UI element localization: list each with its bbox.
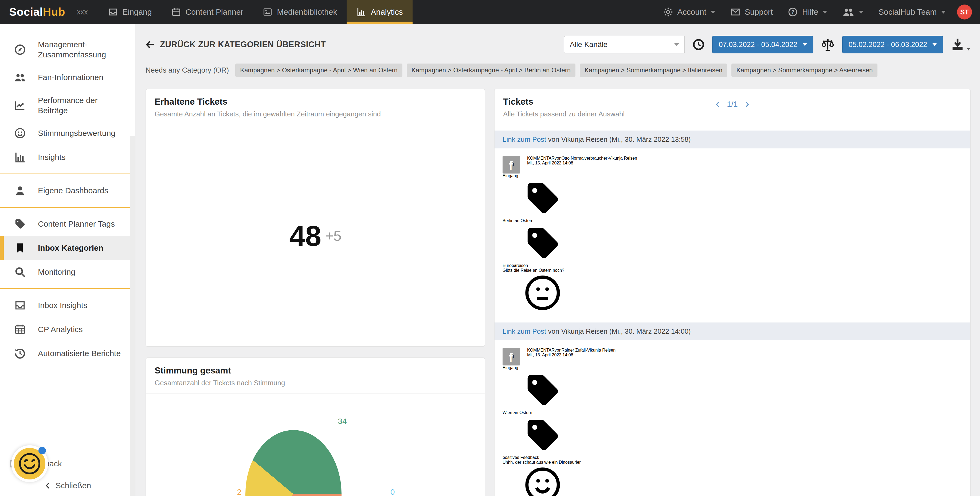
socialhub-app: SocialHub xxx Eingang Content Planner Me… xyxy=(0,0,980,496)
search-icon xyxy=(14,266,26,278)
sidebar-scrollbar[interactable] xyxy=(130,136,135,496)
tag-icon xyxy=(503,415,583,455)
compass-icon xyxy=(14,43,26,56)
sidebar-item-inbox-kategorien[interactable]: Inbox Kategorien xyxy=(0,236,135,260)
tag-icon xyxy=(14,218,26,230)
sentiment-button-neutral[interactable] xyxy=(503,273,962,313)
nav-item-eingang[interactable]: Eingang xyxy=(98,0,161,24)
sidebar: Management-Zusammenfassung Fan-Informati… xyxy=(0,24,135,496)
bar-chart-icon xyxy=(356,7,366,17)
card-title: Stimmung gesamt xyxy=(154,366,476,375)
nav-item-label: Eingang xyxy=(122,8,152,17)
ticket-type-link[interactable]: KOMMENTAR xyxy=(527,156,555,161)
users-menu[interactable] xyxy=(835,6,871,18)
question-circle-icon xyxy=(788,7,798,17)
compare-scales-icon xyxy=(820,37,835,52)
facebook-avatar: ff xyxy=(503,156,520,173)
logo-text-hub: Hub xyxy=(43,6,65,18)
von-label: von xyxy=(555,156,562,161)
post-meta: von Vikunja Reisen (Mi., 30. März 2022 1… xyxy=(546,327,690,335)
ticket-tag: Europareisen xyxy=(503,223,962,268)
envelope-icon xyxy=(730,7,740,17)
sidebar-item-label: Automatisierte Berichte xyxy=(38,348,121,359)
sentiment-card: Stimmung gesamt Gesamtanzahl der Tickets… xyxy=(146,358,485,496)
category-filter-chip[interactable]: Kampagnen > Sommerkampagne > Italienreis… xyxy=(580,64,727,77)
sidebar-item-inbox-insights[interactable]: Inbox Insights xyxy=(0,293,135,317)
sidebar-item-management-zusammenfassung[interactable]: Management-Zusammenfassung xyxy=(0,33,135,65)
top-nav: SocialHub xxx Eingang Content Planner Me… xyxy=(0,0,980,24)
sidebar-divider xyxy=(0,173,135,174)
post-link[interactable]: Link zum Post xyxy=(503,327,546,335)
channel-select-value: Alle Kanäle xyxy=(570,40,608,49)
chevron-left-icon[interactable] xyxy=(714,101,721,108)
filter-label: Needs any Category (OR) xyxy=(146,66,229,75)
user-avatar[interactable]: ST xyxy=(957,5,972,19)
category-filter-chip[interactable]: Kampagnen > Sommerkampagne > Asienreisen xyxy=(732,64,877,77)
nav-item-content-planner[interactable]: Content Planner xyxy=(162,0,253,24)
ticket-type-link[interactable]: KOMMENTAR xyxy=(527,348,555,352)
chevron-right-icon[interactable] xyxy=(744,101,751,108)
sidebar-item-label: Inbox Insights xyxy=(38,300,88,310)
ticket-message: Gibts die Reise an Ostern noch? xyxy=(503,268,962,273)
sentiment-button-positive[interactable] xyxy=(503,465,962,496)
export-download-button[interactable] xyxy=(950,37,970,52)
compare-date-range-picker[interactable]: 05.02.2022 - 06.03.2022 xyxy=(842,36,943,53)
ticket-tag: Berlin an Ostern xyxy=(503,178,962,223)
sidebar-item-automatisierte-berichte[interactable]: Automatisierte Berichte xyxy=(0,342,135,366)
socialhub-logo[interactable]: SocialHub xyxy=(9,0,65,24)
history-icon xyxy=(14,347,26,359)
meh-smiley-icon xyxy=(503,273,583,313)
sidebar-item-stimmungsbewertung[interactable]: Stimmungsbewertung xyxy=(0,121,135,145)
pie-slices[interactable] xyxy=(245,430,342,496)
clock-icon xyxy=(692,38,705,51)
back-to-categories-link[interactable]: ZURÜCK ZUR KATEGORIEN ÜBERSICHT xyxy=(146,40,326,49)
feedback-smiley-button[interactable] xyxy=(11,445,48,482)
channel-select[interactable]: Alle Kanäle xyxy=(564,36,685,53)
team-switcher[interactable]: SocialHub Team xyxy=(871,8,953,17)
post-link[interactable]: Link zum Post xyxy=(503,135,546,143)
ticket-datetime: Mi., 13. April 2022 14:08 xyxy=(527,353,616,358)
account-menu[interactable]: Account xyxy=(655,7,723,17)
nav-item-analytics[interactable]: Analytics xyxy=(347,0,412,24)
chevron-down-icon xyxy=(674,43,679,46)
help-label: Hilfe xyxy=(802,8,818,17)
nav-item-medienbibliothek[interactable]: Medienbibliothek xyxy=(253,0,347,24)
sidebar-item-monitoring[interactable]: Monitoring xyxy=(0,260,135,284)
ticket-post-bar: Link zum Post von Vikunja Reisen (Mi., 3… xyxy=(495,323,970,340)
collapse-label: Schließen xyxy=(56,481,91,490)
sidebar-item-performance[interactable]: Performance der Beiträge xyxy=(0,89,135,121)
sidebar-item-content-planner-tags[interactable]: Content Planner Tags xyxy=(0,212,135,236)
ticket-tag: Wien an Ostern xyxy=(503,370,962,415)
arrow-left-icon xyxy=(146,40,155,49)
chevron-down-icon xyxy=(941,11,946,14)
sidebar-item-fan-informationen[interactable]: Fan-Informationen xyxy=(0,65,135,89)
received-tickets-delta: +5 xyxy=(325,227,342,244)
sidebar-item-cp-analytics[interactable]: CP Analytics xyxy=(0,317,135,342)
image-icon xyxy=(262,7,273,17)
ticket-row: Link zum Post von Vikunja Reisen (Mi., 3… xyxy=(495,323,970,496)
facebook-badge-icon: f xyxy=(513,354,514,359)
back-link-label: ZURÜCK ZUR KATEGORIEN ÜBERSICHT xyxy=(160,40,326,49)
date-range-picker[interactable]: 07.03.2022 - 05.04.2022 xyxy=(712,36,813,53)
sidebar-item-label: Management-Zusammenfassung xyxy=(38,40,126,60)
pie-label-blue: 0 xyxy=(390,488,395,496)
facebook-badge-icon: f xyxy=(513,162,514,167)
category-filter-chip[interactable]: Kampagnen > Osterkampagne - April > Wien… xyxy=(235,64,402,77)
help-menu[interactable]: Hilfe xyxy=(780,7,835,17)
sidebar-item-insights[interactable]: Insights xyxy=(0,145,135,169)
date-range-value: 07.03.2022 - 05.04.2022 xyxy=(719,41,797,49)
calendar-icon xyxy=(171,7,181,17)
sidebar-item-label: Monitoring xyxy=(38,267,75,277)
support-menu[interactable]: Support xyxy=(723,7,780,17)
sidebar-divider xyxy=(0,288,135,289)
post-meta: von Vikunja Reisen (Mi., 30. März 2022 1… xyxy=(546,135,690,143)
sidebar-item-eigene-dashboards[interactable]: Eigene Dashboards xyxy=(0,179,135,203)
sidebar-item-label: Inbox Kategorien xyxy=(38,243,103,253)
card-subtitle: Gesamtanzahl der Tickets nach Stimmung xyxy=(154,379,476,387)
category-filter-chip[interactable]: Kampagnen > Osterkampagne - April > Berl… xyxy=(407,64,576,77)
ticket-author: Rainer Zufall xyxy=(562,348,586,352)
ticket-tag: Eingang xyxy=(503,366,518,370)
ticket-row: Link zum Post von Vikunja Reisen (Mi., 3… xyxy=(495,130,970,323)
date-range-value: 05.02.2022 - 06.03.2022 xyxy=(849,41,927,49)
calendar-grid-icon xyxy=(14,323,26,335)
